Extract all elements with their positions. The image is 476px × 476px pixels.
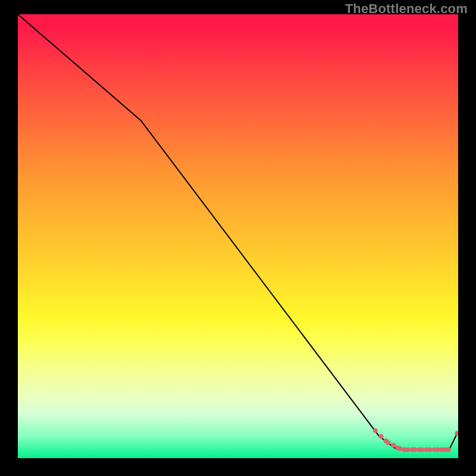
scatter-point xyxy=(379,434,384,439)
scatter-point xyxy=(386,440,390,445)
curve-line xyxy=(18,14,458,449)
scatter-point xyxy=(455,431,458,436)
scatter-point xyxy=(406,447,411,452)
chart-overlay xyxy=(18,14,458,458)
scatter-point xyxy=(391,443,396,447)
scatter-points xyxy=(373,428,458,452)
scatter-point xyxy=(373,428,378,433)
scatter-point xyxy=(419,447,424,452)
scatter-point xyxy=(397,446,402,451)
chart-frame: TheBottleneck.com xyxy=(0,0,476,476)
scatter-point xyxy=(412,447,417,452)
scatter-point xyxy=(428,447,433,452)
curve-path xyxy=(18,14,458,449)
scatter-point xyxy=(446,447,451,452)
plot-area xyxy=(18,14,458,458)
